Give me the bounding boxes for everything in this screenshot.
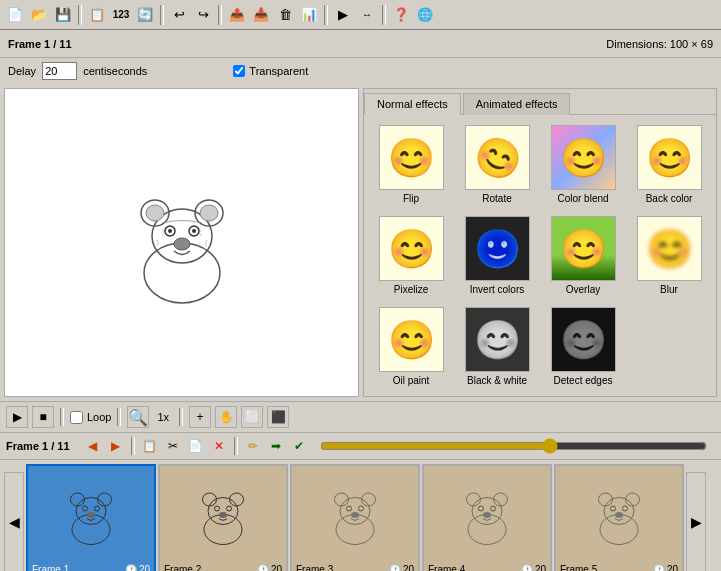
- tab-normal-effects[interactable]: Normal effects: [364, 93, 461, 115]
- frame-thumb-2[interactable]: Frame 2 🕐 20: [158, 464, 288, 571]
- open-button[interactable]: 📂: [28, 4, 50, 26]
- zoom-level-label: 1x: [157, 411, 169, 423]
- frame-5-image: [556, 466, 682, 562]
- svg-point-23: [227, 506, 232, 511]
- frame-thumb-1[interactable]: Frame 1 🕐 20: [26, 464, 156, 571]
- delete-button[interactable]: 🗑: [274, 4, 296, 26]
- edit-frame-button[interactable]: ✏: [243, 436, 263, 456]
- cut-frame-button[interactable]: ✂: [163, 436, 183, 456]
- svg-point-37: [491, 506, 496, 511]
- frame-2-image: [160, 466, 286, 562]
- svg-point-29: [347, 506, 352, 511]
- frame-4-delay: 🕐 20: [521, 564, 546, 571]
- canvas-drawing: [102, 178, 262, 308]
- playback-sep-2: [117, 408, 121, 426]
- overlay-label: Overlay: [566, 284, 600, 295]
- stop-button[interactable]: ■: [32, 406, 54, 428]
- export-button[interactable]: 📤: [226, 4, 248, 26]
- prev-frame-button[interactable]: ◀: [83, 436, 103, 456]
- main-toolbar: 📄 📂 💾 📋 123 🔄 ↩ ↪ 📤 📥 🗑 📊 ▶ ↔ ❓ 🌐: [0, 0, 721, 30]
- delay-text-label: Delay: [8, 65, 36, 77]
- frame-1-delay: 🕐 20: [125, 564, 150, 571]
- check-button[interactable]: ✔: [289, 436, 309, 456]
- zoom-button-2[interactable]: +: [189, 406, 211, 428]
- help-button[interactable]: ❓: [390, 4, 412, 26]
- svg-point-30: [359, 506, 364, 511]
- paste-frame-button[interactable]: 📄: [186, 436, 206, 456]
- backcolor-icon: 😊: [637, 125, 702, 190]
- resize-button[interactable]: ↔: [356, 4, 378, 26]
- effect-colorblend[interactable]: 😊 Color blend: [542, 121, 624, 208]
- svg-point-17: [87, 512, 95, 518]
- play-toolbar-button[interactable]: ▶: [332, 4, 354, 26]
- toolbar-sep-4: [324, 5, 328, 25]
- effect-overlay[interactable]: 😊 Overlay: [542, 212, 624, 299]
- zoom-in-button[interactable]: 🔍: [127, 406, 149, 428]
- redo-button[interactable]: ↪: [192, 4, 214, 26]
- effect-flip[interactable]: 😊 Flip: [370, 121, 452, 208]
- frame-thumb-4[interactable]: Frame 4 🕐 20: [422, 464, 552, 571]
- svg-point-7: [168, 229, 172, 233]
- svg-point-9: [192, 229, 196, 233]
- move-frame-button[interactable]: ➡: [266, 436, 286, 456]
- svg-point-25: [336, 514, 374, 544]
- invertcolors-label: Invert colors: [470, 284, 524, 295]
- stats-button[interactable]: 📊: [298, 4, 320, 26]
- svg-point-3: [146, 205, 164, 221]
- import-button[interactable]: 📥: [250, 4, 272, 26]
- effect-detectedges[interactable]: 😊 Detect edges: [542, 303, 624, 390]
- prev-strip-button[interactable]: ◀: [4, 472, 24, 572]
- transparent-checkbox[interactable]: [233, 65, 245, 77]
- frame-thumb-3[interactable]: Frame 3 🕐 20: [290, 464, 420, 571]
- next-frame-button[interactable]: ▶: [106, 436, 126, 456]
- colorblend-icon: 😊: [551, 125, 616, 190]
- loop-checkbox[interactable]: [70, 411, 83, 424]
- oilpaint-icon: 😊: [379, 307, 444, 372]
- pan-button[interactable]: ✋: [215, 406, 237, 428]
- frame-label: Frame 1 / 11: [8, 38, 72, 50]
- crop-button[interactable]: ⬜: [241, 406, 263, 428]
- svg-point-0: [144, 243, 220, 303]
- effect-bw[interactable]: 😊 Black & white: [456, 303, 538, 390]
- sequence-button[interactable]: 123: [110, 4, 132, 26]
- save-button[interactable]: 💾: [52, 4, 74, 26]
- overlay-icon: 😊: [551, 216, 616, 281]
- effects-grid: 😊 Flip 😊 Rotate: [364, 115, 716, 396]
- edit-sep-1: [131, 437, 135, 455]
- new-button[interactable]: 📄: [4, 4, 26, 26]
- copy-frame-button[interactable]: 📋: [140, 436, 160, 456]
- backcolor-label: Back color: [646, 193, 693, 204]
- frame-2-delay: 🕐 20: [257, 564, 282, 571]
- undo-button[interactable]: ↩: [168, 4, 190, 26]
- delay-bar: Delay centiseconds Transparent: [0, 58, 721, 84]
- copy-button[interactable]: 📋: [86, 4, 108, 26]
- svg-point-22: [215, 506, 220, 511]
- web-button[interactable]: 🌐: [414, 4, 436, 26]
- tab-animated-effects[interactable]: Animated effects: [463, 93, 571, 115]
- toolbar-sep-2: [160, 5, 164, 25]
- svg-point-24: [219, 512, 227, 518]
- effect-oilpaint[interactable]: 😊 Oil paint: [370, 303, 452, 390]
- loop-label: Loop: [87, 411, 111, 423]
- effect-pixelize[interactable]: 😊 Pixelize: [370, 212, 452, 299]
- frame-thumb-5[interactable]: Frame 5 🕐 20: [554, 464, 684, 571]
- frame-1-drawing: [51, 482, 131, 547]
- refresh-button[interactable]: 🔄: [134, 4, 156, 26]
- next-strip-button[interactable]: ▶: [686, 472, 706, 572]
- svg-point-32: [468, 514, 506, 544]
- frame-button[interactable]: ⬛: [267, 406, 289, 428]
- play-button[interactable]: ▶: [6, 406, 28, 428]
- effect-invertcolors[interactable]: 🙂 Invert colors: [456, 212, 538, 299]
- timeline-slider[interactable]: [320, 440, 707, 452]
- toolbar-sep-5: [382, 5, 386, 25]
- effect-rotate[interactable]: 😊 Rotate: [456, 121, 538, 208]
- effect-backcolor[interactable]: 😊 Back color: [628, 121, 710, 208]
- delay-input[interactable]: [42, 62, 77, 80]
- playback-sep-3: [179, 408, 183, 426]
- svg-point-5: [200, 205, 218, 221]
- delete-frame-button[interactable]: ✕: [209, 436, 229, 456]
- pixelize-label: Pixelize: [394, 284, 428, 295]
- effect-blur[interactable]: 😊 Blur: [628, 212, 710, 299]
- effects-panel: Normal effects Animated effects 😊: [363, 88, 717, 397]
- svg-point-44: [623, 506, 628, 511]
